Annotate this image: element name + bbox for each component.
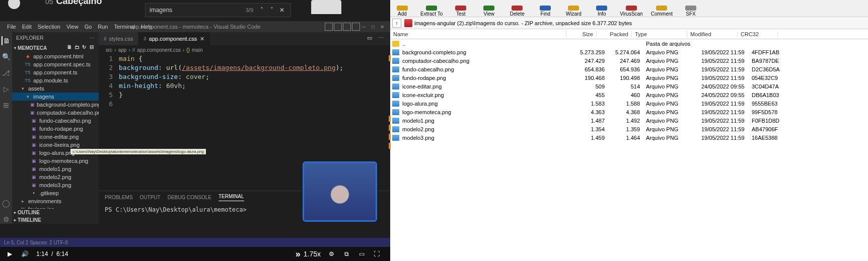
toolbar-info[interactable]: Info	[592, 6, 612, 17]
tree-item[interactable]: ◆app.component.html	[12, 52, 99, 60]
folder-icon: ▸	[19, 198, 26, 205]
tree-item[interactable]: ▾imagens	[12, 93, 99, 101]
tree-item[interactable]: ▣icone-editar.png	[12, 133, 99, 141]
tree-item[interactable]: ▣modelo1.png	[12, 165, 99, 173]
term-tab-debug[interactable]: DEBUG CONSOLE	[168, 195, 211, 200]
tree-item[interactable]: ▣logo-memoteca.png	[12, 157, 99, 165]
volume-icon[interactable]: 🔊	[19, 248, 30, 259]
parent-row[interactable]: ..Pasta de arquivos	[390, 39, 868, 48]
toolbar-add[interactable]: Add	[392, 6, 412, 17]
sidebar-more-icon[interactable]: ⋯	[90, 35, 95, 41]
find-close-icon[interactable]: ✕	[277, 6, 286, 15]
file-row[interactable]: background-completo.png5.273.2595.274.06…	[390, 48, 868, 56]
split-icon[interactable]: ▭	[367, 35, 375, 43]
toolbar-delete[interactable]: Delete	[507, 6, 527, 17]
term-tab-problems[interactable]: PROBLEMS	[105, 195, 133, 200]
tree-item[interactable]: ▣fundo-rodape.png	[12, 125, 99, 133]
debug-icon[interactable]: ▷	[2, 84, 11, 94]
toolbar-test[interactable]: Test	[451, 6, 471, 17]
col-crc[interactable]: CRC32	[738, 31, 778, 37]
tree-item[interactable]: ▣fundo-cabecalho.png	[12, 117, 99, 125]
file-row[interactable]: modelo3.png1.4591.464Arquivo PNG19/05/20…	[390, 133, 868, 142]
toolbar-comment[interactable]: Comment	[651, 6, 673, 17]
file-row[interactable]: icone-editar.png509514Arquivo PNG24/05/2…	[390, 82, 868, 91]
file-row[interactable]: icone-excluir.png455460Arquivo PNG24/05/…	[390, 91, 868, 99]
layout-icons[interactable]	[325, 23, 360, 31]
file-row[interactable]: logo-alura.png1.5831.588Arquivo PNG19/05…	[390, 99, 868, 108]
tree-item[interactable]: ▣computador-cabecalho.png	[12, 109, 99, 117]
settings-icon[interactable]: ⚙	[326, 248, 337, 259]
tab-app-component[interactable]: #app.component.css✕	[138, 32, 210, 45]
toolbar-view[interactable]: View	[479, 6, 499, 17]
tree-item[interactable]: •.gitkeep	[12, 189, 99, 197]
new-file-icon[interactable]: 🗎	[67, 44, 74, 51]
project-section[interactable]: ▾ MEMOTECA 🗎 🗀 ↻ ⊟	[12, 43, 99, 52]
file-row[interactable]: modelo1.png1.4871.492Arquivo PNG19/05/20…	[390, 116, 868, 125]
menu-edit[interactable]: Edit	[19, 24, 35, 30]
maximize-icon[interactable]: □	[369, 23, 377, 31]
toolbar-extract-to[interactable]: Extract To	[420, 6, 443, 17]
find-input[interactable]	[150, 7, 243, 14]
col-size[interactable]: Size	[566, 31, 597, 37]
archive-path[interactable]: imagens-angular (2).zip\Imagens do curso…	[414, 20, 632, 26]
speed-forward-icon[interactable]: »	[296, 249, 301, 259]
col-name[interactable]: Name	[390, 31, 566, 37]
tree-item[interactable]: ▣icone-lixeira.png	[12, 141, 99, 149]
fullscreen-icon[interactable]: ⛶	[371, 248, 382, 259]
tree-item[interactable]: TSapp.component.spec.ts	[12, 60, 99, 68]
search-icon[interactable]: 🔍	[2, 52, 11, 61]
tree-item[interactable]: ▸environments	[12, 197, 99, 205]
term-tab-output[interactable]: OUTPUT	[140, 195, 161, 200]
find-next-icon[interactable]: ˅	[267, 6, 276, 15]
timeline-section[interactable]: ▸TIMELINE	[12, 216, 99, 224]
find-prev-icon[interactable]: ˄	[257, 6, 266, 15]
menu-run[interactable]: Run	[95, 24, 111, 30]
file-row[interactable]: fundo-rodape.png190.468190.498Arquivo PN…	[390, 73, 868, 82]
outline-section[interactable]: ▸OUTLINE	[12, 209, 99, 216]
tree-item[interactable]: ▾assets	[12, 84, 99, 93]
toolbar-wizard[interactable]: Wizard	[563, 6, 584, 17]
menu-view[interactable]: View	[63, 24, 82, 30]
gear-icon[interactable]: ⚙	[2, 215, 11, 224]
tab-styles[interactable]: #styles.css	[99, 32, 138, 45]
pip-icon[interactable]: ⧉	[341, 248, 352, 259]
col-modified[interactable]: Modified	[687, 31, 738, 37]
col-type[interactable]: Type	[632, 31, 687, 37]
tab-more-icon[interactable]: ⋯	[378, 35, 386, 43]
menu-go[interactable]: Go	[82, 24, 95, 30]
tree-item[interactable]: ▣modelo2.png	[12, 173, 99, 181]
extensions-icon[interactable]: ⊞	[2, 101, 11, 110]
toolbar-virusscan[interactable]: VirusScan	[620, 6, 642, 17]
term-tab-terminal[interactable]: TERMINAL	[219, 194, 244, 201]
tab-close-icon[interactable]: ✕	[200, 36, 204, 42]
toolbar-find[interactable]: Find	[535, 6, 555, 17]
menu-file[interactable]: File	[4, 24, 19, 30]
scm-icon[interactable]: ⎇	[2, 68, 11, 77]
close-icon[interactable]: ✕	[378, 23, 386, 31]
file-row[interactable]: computador-cabecalho.png247.429247.469Ar…	[390, 56, 868, 65]
file-row[interactable]: logo-memoteca.png4.3634.368Arquivo PNG19…	[390, 108, 868, 116]
menu-selection[interactable]: Selection	[35, 24, 63, 30]
minimize-icon[interactable]: ─	[360, 23, 368, 31]
tree-item[interactable]: ▣background-completo.png	[12, 101, 99, 109]
explorer-icon[interactable]: 🗎	[2, 36, 11, 45]
browser-tab[interactable]	[311, 0, 341, 14]
find-bar[interactable]: 3/9 ˄ ˅ ✕	[145, 3, 291, 17]
breadcrumb[interactable]: src› app› #app.component.css› {}main	[99, 45, 390, 54]
playback-speed[interactable]: 1.75x	[304, 250, 321, 258]
up-icon[interactable]: ↑	[392, 19, 401, 28]
tree-item[interactable]: TSapp.component.ts	[12, 68, 99, 76]
tree-item[interactable]: TSapp.module.ts	[12, 76, 99, 84]
file-row[interactable]: fundo-cabecalho.png654.836654.936Arquivo…	[390, 65, 868, 73]
file-row[interactable]: modelo2.png1.3541.359Arquivo PNG19/05/20…	[390, 125, 868, 133]
new-folder-icon[interactable]: 🗀	[75, 44, 82, 51]
theater-icon[interactable]: ▭	[356, 248, 367, 259]
tree-item[interactable]: ▣modelo3.png	[12, 181, 99, 189]
collapse-icon[interactable]: ⊟	[90, 44, 97, 51]
refresh-icon[interactable]: ↻	[82, 44, 89, 51]
toolbar-sfx[interactable]: SFX	[681, 6, 701, 17]
tree-item[interactable]: ▣favicon.ico	[12, 205, 99, 209]
col-packed[interactable]: Packed	[597, 31, 632, 37]
play-icon[interactable]: ▶	[4, 248, 15, 259]
account-icon[interactable]: ◯	[2, 199, 11, 208]
